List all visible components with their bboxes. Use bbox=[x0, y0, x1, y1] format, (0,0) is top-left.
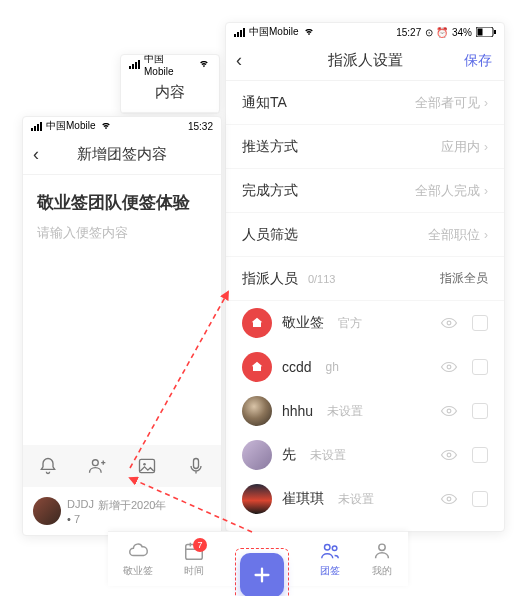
eye-icon[interactable] bbox=[440, 314, 458, 332]
member-avatar bbox=[242, 352, 272, 382]
eye-icon[interactable] bbox=[440, 402, 458, 420]
tab-profile[interactable]: 我的 bbox=[371, 540, 393, 578]
member-name: hhhu bbox=[282, 403, 313, 419]
checkbox[interactable] bbox=[472, 403, 488, 419]
settings-row[interactable]: 推送方式 应用内 › bbox=[226, 125, 504, 169]
signal-icon bbox=[31, 122, 42, 131]
checkbox[interactable] bbox=[472, 315, 488, 331]
carrier-label: 中国Mobile bbox=[249, 25, 298, 39]
image-icon[interactable] bbox=[136, 455, 158, 477]
member-avatar bbox=[242, 484, 272, 514]
nav-title: 内容 bbox=[155, 83, 185, 102]
assign-all-button[interactable]: 指派全员 bbox=[440, 270, 488, 287]
eye-icon[interactable] bbox=[440, 358, 458, 376]
eye-icon[interactable] bbox=[440, 446, 458, 464]
note-footer: DJDJ 新增于2020年 7 bbox=[23, 487, 221, 535]
svg-rect-1 bbox=[139, 459, 154, 472]
chevron-right-icon: › bbox=[484, 96, 488, 110]
footer-time: 新增于2020年 bbox=[98, 498, 166, 513]
note-count: 7 bbox=[67, 513, 166, 525]
tab-team[interactable]: 团签 bbox=[319, 540, 341, 578]
member-row[interactable]: 先 未设置 bbox=[226, 433, 504, 477]
member-name: 先 bbox=[282, 446, 296, 464]
phone-behind: 中国Mobile 内容 bbox=[120, 54, 220, 114]
tab-label: 我的 bbox=[372, 564, 392, 578]
checkbox[interactable] bbox=[472, 359, 488, 375]
back-button[interactable]: ‹ bbox=[33, 144, 39, 165]
tab-notes[interactable]: 敬业签 bbox=[123, 540, 153, 578]
person-icon bbox=[371, 540, 393, 562]
status-bar: 中国Mobile 15:27 ⊙ ⏰ 34% bbox=[226, 23, 504, 41]
settings-row[interactable]: 通知TA 全部者可见 › bbox=[226, 81, 504, 125]
voice-icon[interactable] bbox=[185, 455, 207, 477]
settings-row[interactable]: 人员筛选 全部职位 › bbox=[226, 213, 504, 257]
assignee-icon[interactable] bbox=[86, 455, 108, 477]
save-button[interactable]: 保存 bbox=[464, 52, 492, 70]
time-label: 15:27 bbox=[396, 27, 421, 38]
member-sub: 未设置 bbox=[338, 491, 374, 508]
signal-icon bbox=[129, 60, 140, 69]
alarm-icon: ⊙ ⏰ bbox=[425, 27, 448, 38]
tab-time[interactable]: 7 时间 bbox=[183, 540, 205, 578]
wifi-icon bbox=[302, 27, 316, 37]
member-sub: 官方 bbox=[338, 315, 362, 332]
battery-icon bbox=[476, 27, 496, 37]
author-avatar bbox=[33, 497, 61, 525]
tab-label: 敬业签 bbox=[123, 564, 153, 578]
member-name: ccdd bbox=[282, 359, 312, 375]
member-sub: gh bbox=[326, 360, 339, 374]
toolbar bbox=[23, 445, 221, 487]
member-sub: 未设置 bbox=[327, 403, 363, 420]
svg-rect-3 bbox=[194, 459, 199, 469]
team-icon bbox=[319, 540, 341, 562]
note-title: 敬业签团队便签体验 bbox=[23, 175, 221, 224]
note-content-input[interactable]: 请输入便签内容 bbox=[23, 224, 221, 242]
checkbox[interactable] bbox=[472, 491, 488, 507]
chevron-right-icon: › bbox=[484, 140, 488, 154]
row-label: 完成方式 bbox=[242, 182, 298, 200]
svg-point-8 bbox=[447, 365, 451, 369]
status-bar: 中国Mobile 15:32 bbox=[23, 117, 221, 135]
row-value: 应用内 › bbox=[441, 138, 488, 156]
member-name: 敬业签 bbox=[282, 314, 324, 332]
eye-icon[interactable] bbox=[440, 490, 458, 508]
chevron-right-icon: › bbox=[484, 184, 488, 198]
nav-bar: ‹ 指派人设置 保存 bbox=[226, 41, 504, 81]
carrier-label: 中国Mobile bbox=[46, 119, 95, 133]
member-row[interactable]: 敬业签 官方 bbox=[226, 301, 504, 345]
settings-row[interactable]: 完成方式 全部人完成 › bbox=[226, 169, 504, 213]
row-label: 通知TA bbox=[242, 94, 287, 112]
svg-point-0 bbox=[93, 460, 99, 466]
add-button[interactable] bbox=[240, 553, 284, 596]
time-label: 15:32 bbox=[188, 121, 213, 132]
back-button[interactable]: ‹ bbox=[236, 50, 242, 71]
svg-point-14 bbox=[332, 546, 337, 551]
row-value: 全部职位 › bbox=[428, 226, 488, 244]
svg-point-2 bbox=[143, 463, 146, 466]
member-name: 崔琪琪 bbox=[282, 490, 324, 508]
cloud-icon bbox=[127, 540, 149, 562]
nav-title: 指派人设置 bbox=[328, 51, 403, 70]
member-row[interactable]: hhhu 未设置 bbox=[226, 389, 504, 433]
checkbox[interactable] bbox=[472, 447, 488, 463]
tab-label: 团签 bbox=[320, 564, 340, 578]
row-value: 全部人完成 › bbox=[415, 182, 488, 200]
svg-point-10 bbox=[447, 453, 451, 457]
member-row[interactable]: ccdd gh bbox=[226, 345, 504, 389]
svg-rect-5 bbox=[478, 29, 483, 36]
reminder-icon[interactable] bbox=[37, 455, 59, 477]
tab-label: 时间 bbox=[184, 564, 204, 578]
svg-point-7 bbox=[447, 321, 451, 325]
assign-header: 指派人员 0/113 指派全员 bbox=[226, 257, 504, 301]
member-row[interactable]: 崔琪琪 未设置 bbox=[226, 477, 504, 521]
row-value: 全部者可见 › bbox=[415, 94, 488, 112]
author-name: DJDJ bbox=[67, 498, 94, 513]
badge: 7 bbox=[193, 538, 207, 552]
battery-label: 34% bbox=[452, 27, 472, 38]
assign-count: 0/113 bbox=[308, 273, 336, 285]
status-bar: 中国Mobile bbox=[121, 55, 219, 73]
chevron-right-icon: › bbox=[484, 228, 488, 242]
assign-label: 指派人员 bbox=[242, 270, 298, 286]
svg-point-15 bbox=[379, 544, 385, 550]
row-label: 推送方式 bbox=[242, 138, 298, 156]
